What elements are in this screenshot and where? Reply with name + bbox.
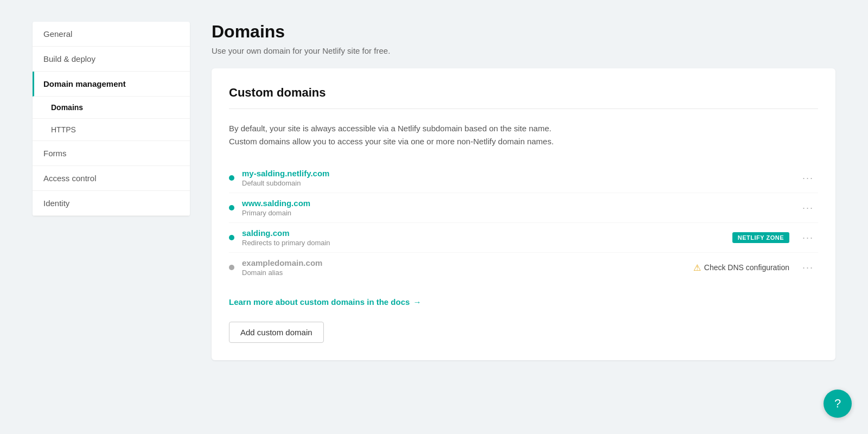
netlify-zone-badge: NETLIFY ZONE [732, 232, 789, 243]
domain-right-redirect: NETLIFY ZONE ··· [732, 230, 818, 246]
domain-right-primary: ··· [798, 200, 818, 216]
sidebar-item-access-control[interactable]: Access control [33, 166, 190, 191]
domain-label-netlify-subdomain: Default subdomain [242, 179, 798, 187]
domain-options-menu-alias[interactable]: ··· [798, 260, 818, 276]
domain-bullet-active [229, 175, 234, 181]
sidebar-item-build-deploy[interactable]: Build & deploy [33, 47, 190, 72]
learn-more-link[interactable]: Learn more about custom domains in the d… [229, 297, 421, 307]
card-description: By default, your site is always accessib… [229, 122, 818, 148]
domain-name-primary[interactable]: www.salding.com [242, 199, 798, 208]
domain-item-redirect: salding.com Redirects to primary domain … [229, 223, 818, 253]
domain-options-menu-primary[interactable]: ··· [798, 200, 818, 216]
domain-info-primary: www.salding.com Primary domain [242, 199, 798, 217]
warning-icon: ⚠ [693, 263, 701, 273]
domain-item-alias: exampledomain.com Domain alias ⚠ Check D… [229, 253, 818, 282]
learn-more-text: Learn more about custom domains in the d… [229, 297, 410, 307]
sidebar-item-general[interactable]: General [33, 22, 190, 47]
domain-label-redirect: Redirects to primary domain [242, 239, 732, 247]
sidebar-item-domain-management[interactable]: Domain management [33, 72, 190, 97]
domain-info: my-salding.netlify.com Default subdomain [242, 169, 798, 187]
page-subtitle: Use your own domain for your Netlify sit… [212, 46, 835, 55]
sidebar: General Build & deploy Domain management… [33, 22, 190, 216]
add-custom-domain-button[interactable]: Add custom domain [229, 322, 324, 343]
domain-name-alias[interactable]: exampledomain.com [242, 258, 693, 267]
dns-warning[interactable]: ⚠ Check DNS configuration [693, 263, 789, 273]
fab-button[interactable]: ? [824, 390, 852, 418]
sidebar-item-forms[interactable]: Forms [33, 141, 190, 166]
domain-name-redirect[interactable]: salding.com [242, 228, 732, 238]
domain-label-alias: Domain alias [242, 269, 693, 277]
domain-list: my-salding.netlify.com Default subdomain… [229, 163, 818, 282]
sidebar-sub-item-domains[interactable]: Domains [33, 97, 190, 119]
dns-warning-text: Check DNS configuration [704, 263, 789, 272]
learn-more-arrow: → [413, 297, 421, 307]
domain-right: ··· [798, 170, 818, 186]
custom-domains-card: Custom domains By default, your site is … [212, 68, 835, 360]
fab-icon: ? [834, 397, 841, 411]
domain-options-menu-redirect[interactable]: ··· [798, 230, 818, 246]
domain-label-primary: Primary domain [242, 209, 798, 217]
domain-options-menu-netlify[interactable]: ··· [798, 170, 818, 186]
domain-bullet-redirect [229, 235, 234, 240]
sidebar-item-identity[interactable]: Identity [33, 191, 190, 216]
sidebar-sub-item-https[interactable]: HTTPS [33, 119, 190, 141]
domain-name-netlify-subdomain[interactable]: my-salding.netlify.com [242, 169, 798, 178]
domain-right-alias: ⚠ Check DNS configuration ··· [693, 260, 818, 276]
domain-bullet-alias [229, 265, 234, 270]
main-content: Domains Use your own domain for your Net… [212, 22, 835, 360]
domain-info-redirect: salding.com Redirects to primary domain [242, 228, 732, 247]
card-title: Custom domains [229, 86, 818, 100]
domain-item-netlify-subdomain: my-salding.netlify.com Default subdomain… [229, 163, 818, 193]
domain-item-primary: www.salding.com Primary domain ··· [229, 193, 818, 223]
page-title: Domains [212, 22, 835, 42]
domain-info-alias: exampledomain.com Domain alias [242, 258, 693, 277]
domain-bullet-primary [229, 205, 234, 210]
